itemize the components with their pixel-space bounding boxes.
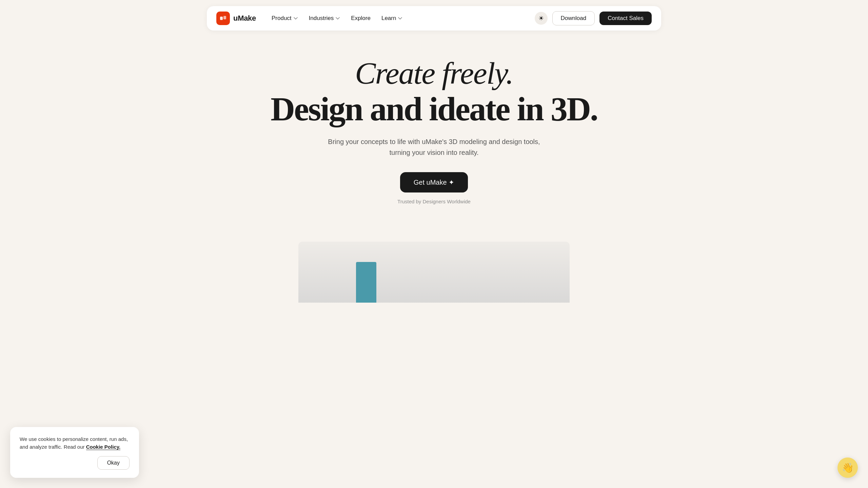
nav-links: Product Industries Explore Learn [267,12,535,24]
logo-icon [216,12,230,25]
hero-title-bold: Design and ideate in 3D. [271,91,597,127]
logo-text: uMake [233,14,256,23]
navbar: uMake Product Industries Explore Learn [207,6,661,30]
svg-rect-1 [223,16,226,19]
trusted-text: Trusted by Designers Worldwide [397,199,471,204]
nav-product[interactable]: Product [267,12,303,24]
download-button[interactable]: Download [552,11,595,25]
cookie-policy-link[interactable]: Cookie Policy. [86,444,120,450]
hero-subtitle: Bring your concepts to life with uMake's… [319,136,549,158]
sun-icon: ☀ [538,15,544,22]
nav-industries[interactable]: Industries [304,12,345,24]
visual-gradient [298,242,570,303]
navbar-wrapper: uMake Product Industries Explore Learn [0,0,868,37]
cookie-okay-button[interactable]: Okay [97,456,130,470]
nav-right: ☀ Download Contact Sales [535,11,652,25]
get-umake-button[interactable]: Get uMake ✦ [400,172,468,192]
nav-explore[interactable]: Explore [346,12,375,24]
svg-rect-0 [220,17,223,20]
chevron-down-icon [293,16,298,21]
logo-link[interactable]: uMake [216,12,256,25]
wave-icon: 👋 [842,462,854,473]
contact-sales-button[interactable]: Contact Sales [599,12,652,25]
chevron-down-icon [398,16,402,21]
hero-title-italic: Create freely. [355,57,513,90]
chevron-down-icon [335,16,340,21]
visual-accent [356,262,376,303]
wave-button[interactable]: 👋 [837,458,858,478]
cookie-message: We use cookies to personalize content, r… [20,435,130,451]
theme-toggle-button[interactable]: ☀ [535,12,548,25]
nav-learn[interactable]: Learn [377,12,407,24]
cookie-banner: We use cookies to personalize content, r… [10,427,139,478]
hero-section: Create freely. Design and ideate in 3D. … [0,37,868,218]
bottom-visual [0,228,868,303]
